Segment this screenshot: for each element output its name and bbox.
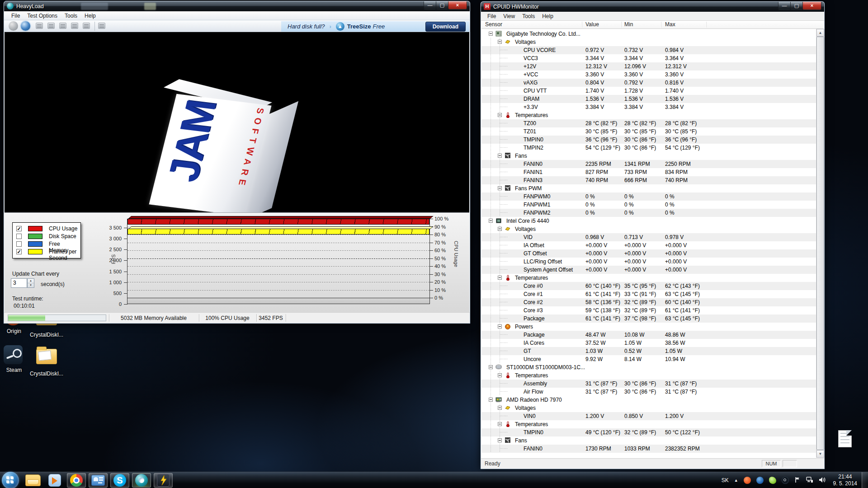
- sensor-row[interactable]: FANIN1827 RPM733 RPM834 RPM: [481, 168, 816, 176]
- blue-app-tray-icon[interactable]: [756, 477, 764, 484]
- column-divider[interactable]: [661, 22, 661, 28]
- expand-collapse-toggle[interactable]: [498, 227, 502, 231]
- volume-icon[interactable]: [819, 477, 826, 484]
- start-test-icon[interactable]: [9, 21, 18, 31]
- expand-collapse-toggle[interactable]: [498, 186, 502, 190]
- expand-collapse-toggle[interactable]: [498, 373, 502, 377]
- interval-input[interactable]: 3: [11, 278, 27, 288]
- download-button[interactable]: Download: [425, 22, 466, 32]
- sensor-row[interactable]: LLC/Ring Offset+0.000 V+0.000 V+0.000 V: [481, 258, 816, 266]
- action-center-flag-icon[interactable]: [794, 477, 801, 484]
- taskbar-button-system-monitor[interactable]: [89, 473, 108, 488]
- sensor-row[interactable]: GT Offset+0.000 V+0.000 V+0.000 V: [481, 249, 816, 258]
- interval-stepper[interactable]: ▲▼: [27, 278, 34, 288]
- hwmonitor-titlebar[interactable]: H CPUID HWMonitor — ▢ ×: [481, 2, 824, 12]
- desktop-icon-document[interactable]: [828, 430, 862, 452]
- sensor-row[interactable]: System Agent Offset+0.000 V+0.000 V+0.00…: [481, 266, 816, 274]
- expand-collapse-toggle[interactable]: [498, 276, 502, 280]
- hwmonitor-menu-file[interactable]: File: [484, 12, 500, 21]
- hwmonitor-menu-view[interactable]: View: [500, 12, 519, 21]
- heavyload-titlebar[interactable]: HeavyLoad — ▢ ×: [4, 1, 470, 11]
- origin-tray-icon[interactable]: [744, 477, 751, 484]
- sensor-row[interactable]: DRAM1.536 V1.536 V1.536 V: [481, 95, 816, 103]
- simulate-users-icon[interactable]: [71, 23, 78, 29]
- stepper-down-icon[interactable]: ▼: [28, 283, 34, 288]
- sensor-row[interactable]: Temperatures: [481, 111, 816, 119]
- memory-test-icon[interactable]: [47, 23, 55, 29]
- sensor-row[interactable]: Assembly31 °C (87 °F)30 °C (86 °F)31 °C …: [481, 380, 816, 388]
- minimize-button[interactable]: —: [424, 1, 436, 9]
- sensor-row[interactable]: Intel Core i5 4440: [481, 217, 816, 225]
- legend-checkbox[interactable]: [16, 241, 22, 247]
- heavyload-menu-file[interactable]: File: [8, 11, 24, 20]
- sensor-row[interactable]: Fans: [481, 436, 816, 445]
- grid-view-icon[interactable]: [83, 23, 90, 29]
- close-button[interactable]: ×: [448, 1, 467, 9]
- legend-checkbox[interactable]: [16, 234, 22, 239]
- sensor-row[interactable]: GT1.03 W0.52 W1.05 W: [481, 347, 816, 355]
- treesize-ad-banner[interactable]: Hard disk full? › ▲ TreeSizeFree Downloa…: [281, 21, 469, 32]
- green-app-tray-icon[interactable]: [769, 477, 776, 484]
- sensor-row[interactable]: VCC33.344 V3.344 V3.364 V: [481, 54, 816, 62]
- sensor-row[interactable]: FANPWM20 %0 %0 %: [481, 209, 816, 217]
- network-icon[interactable]: [806, 477, 813, 484]
- sensor-row[interactable]: IA Offset+0.000 V+0.000 V+0.000 V: [481, 241, 816, 249]
- sensor-row[interactable]: Voltages: [481, 404, 816, 412]
- sensor-row[interactable]: FANPWM00 %0 %0 %: [481, 192, 816, 201]
- expand-collapse-toggle[interactable]: [489, 398, 493, 402]
- sensor-row[interactable]: Core #161 °C (141 °F)33 °C (91 °F)63 °C …: [481, 290, 816, 298]
- taskbar-button-media-player[interactable]: [45, 473, 64, 488]
- heavyload-menu-help[interactable]: Help: [81, 11, 99, 20]
- maximize-button[interactable]: ▢: [790, 2, 803, 10]
- sensor-row[interactable]: Temperatures: [481, 274, 816, 282]
- sensor-row[interactable]: Core #060 °C (140 °F)35 °C (95 °F)62 °C …: [481, 282, 816, 290]
- tray-overflow-icon[interactable]: ▲: [734, 478, 738, 483]
- sensor-row[interactable]: Package61 °C (141 °F)37 °C (98 °F)63 °C …: [481, 314, 816, 323]
- scroll-down-icon[interactable]: ▼: [816, 450, 824, 458]
- column-divider[interactable]: [706, 22, 707, 28]
- sensor-row[interactable]: ST1000DM ST1000DM003-1C...: [481, 363, 816, 371]
- sensor-row[interactable]: FANPWM10 %0 %0 %: [481, 201, 816, 209]
- sensor-row[interactable]: FANIN02235 RPM1341 RPM2250 RPM: [481, 160, 816, 168]
- sensor-row[interactable]: VID0.968 V0.713 V0.978 V: [481, 233, 816, 241]
- sensor-row[interactable]: TZ0028 °C (82 °F)28 °C (82 °F)28 °C (82 …: [481, 119, 816, 127]
- expand-collapse-toggle[interactable]: [498, 438, 502, 442]
- sensor-row[interactable]: TZ0130 °C (85 °F)30 °C (85 °F)30 °C (85 …: [481, 127, 816, 136]
- expand-collapse-toggle[interactable]: [498, 422, 502, 426]
- taskbar-button-heavyload[interactable]: [132, 473, 151, 488]
- sensor-row[interactable]: Temperatures: [481, 371, 816, 380]
- close-button[interactable]: ×: [802, 2, 821, 10]
- maximize-button[interactable]: ▢: [436, 1, 448, 9]
- taskbar-button-chrome[interactable]: [67, 473, 86, 488]
- sensor-row[interactable]: Gigabyte Technology Co. Ltd...: [481, 30, 816, 38]
- sensor-row[interactable]: vAXG0.804 V0.792 V0.816 V: [481, 79, 816, 87]
- sensor-row[interactable]: VIN01.200 V0.850 V1.200 V: [481, 412, 816, 420]
- column-divider[interactable]: [582, 22, 582, 28]
- column-header-row[interactable]: SensorValueMinMax: [481, 21, 824, 29]
- heavyload-menu-tools[interactable]: Tools: [61, 11, 81, 20]
- legend-checkbox[interactable]: ✓: [16, 249, 22, 254]
- hwmonitor-menu-tools[interactable]: Tools: [519, 12, 538, 21]
- sensor-row[interactable]: Core #258 °C (136 °F)32 °C (89 °F)60 °C …: [481, 298, 816, 306]
- sensor-row[interactable]: +3.3V3.384 V3.384 V3.384 V: [481, 103, 816, 111]
- column-header-sensor[interactable]: Sensor: [485, 21, 502, 28]
- sensor-row[interactable]: Powers: [481, 323, 816, 331]
- sensor-row[interactable]: TMPIN036 °C (96 °F)30 °C (86 °F)36 °C (9…: [481, 136, 816, 144]
- column-header-value[interactable]: Value: [585, 21, 599, 28]
- desktop-icon-crystaldisk-2[interactable]: CrystalDiskI...: [30, 345, 63, 377]
- sensor-row[interactable]: Fans PWM: [481, 184, 816, 192]
- sensor-row[interactable]: AMD Radeon HD 7970: [481, 396, 816, 404]
- sensor-row[interactable]: TMPIN049 °C (120 °F)32 °C (89 °F)50 °C (…: [481, 428, 816, 436]
- sensor-row[interactable]: CPU VTT1.740 V1.728 V1.740 V: [481, 87, 816, 95]
- expand-collapse-toggle[interactable]: [498, 154, 502, 158]
- sensor-row[interactable]: IA Cores37.52 W1.05 W38.56 W: [481, 339, 816, 347]
- scroll-up-icon[interactable]: ▲: [816, 29, 824, 37]
- sensor-row[interactable]: CPU VCORE0.972 V0.732 V0.984 V: [481, 46, 816, 54]
- sensor-row[interactable]: Fans: [481, 152, 816, 160]
- vertical-scrollbar[interactable]: ▲ ▼: [816, 29, 824, 458]
- sensor-tree[interactable]: Gigabyte Technology Co. Ltd...VoltagesCP…: [481, 29, 816, 458]
- scrollbar-thumb[interactable]: [816, 37, 824, 450]
- sensor-row[interactable]: Package48.47 W10.08 W48.86 W: [481, 331, 816, 339]
- taskbar-button-explorer[interactable]: [24, 473, 42, 488]
- sensor-row[interactable]: Voltages: [481, 225, 816, 233]
